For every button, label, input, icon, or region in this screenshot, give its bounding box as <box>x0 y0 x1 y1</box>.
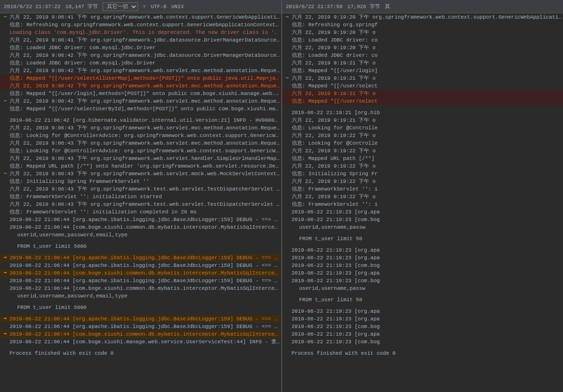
arrow-indicator: ➡ <box>1 170 10 178</box>
log-text: 六月 22, 2019 9:19:21 下午 o <box>292 74 563 82</box>
log-line <box>282 105 563 109</box>
log-line: ➡2019-06-22 21:06:44 [com.boge.xiushi.co… <box>0 269 281 277</box>
log-text: 2019-06-22 21:19:23 [org.apa <box>292 208 563 216</box>
log-text: userid,username,passw <box>292 223 563 231</box>
log-text: 2019-06-22 21:06:44 [org.apache.ibatis.l… <box>10 254 280 262</box>
log-text: 信息: Initializing Spring FrameworkServlet… <box>10 178 280 185</box>
left-log-content[interactable]: ➡六月 22, 2019 9:06:41 下午 org.springframew… <box>0 13 281 392</box>
log-line: 信息: Mapped URL path [/**] onto handler '… <box>0 162 281 170</box>
log-text: 六月 22, 2019 9:06:42 下午 org.springframewo… <box>10 97 280 105</box>
log-line: ➡2019-06-22 21:06:44 [com.boge.xiushi.co… <box>0 330 281 338</box>
right-log-content[interactable]: ➡六月 22, 2019 9:19:20 下午 org.springframew… <box>282 13 563 392</box>
log-line: 六月 22, 2019 9:19:21 下午 o <box>282 59 563 67</box>
log-line: 信息: Refreshing org.springframework.web.c… <box>0 21 281 29</box>
log-line <box>0 239 281 243</box>
log-text: 六月 22, 2019 9:19:22 下午 o <box>292 132 563 139</box>
log-text: 六月 22, 2019 9:19:21 下午 o <box>292 117 563 124</box>
log-line: 信息: FrameworkServlet '': initialization … <box>0 193 281 201</box>
log-text: 六月 22, 2019 9:19:21 下午 o <box>292 90 563 97</box>
log-line: 2019-06-22 21:06:44 [org.apache.ibatis.l… <box>0 216 281 223</box>
log-text: 2019-06-22 21:19:23 [org.apa <box>292 307 563 315</box>
log-line <box>0 311 281 315</box>
log-line <box>282 243 563 246</box>
log-text: 2019-06-22 21:19:23 [com.bog <box>292 323 563 330</box>
log-line: 2019-06-22 21:06:44 [com.boge.xiushi.com… <box>0 223 281 231</box>
log-text: 六月 22, 2019 9:19:20 下午 org.springframewo… <box>292 13 563 21</box>
log-line: Process finished with exit code 0 <box>0 350 281 357</box>
log-line: 信息: Loaded JDBC driver: com.mysql.jdbc.D… <box>0 59 281 67</box>
log-line: 2019-06-22 21:06:44 [com.boge.xiushi.man… <box>0 338 281 346</box>
log-line: 信息: FrameworkServlet '': initialization … <box>0 208 281 216</box>
log-line: FROM t_user limit 5000 <box>0 304 281 311</box>
log-line: 六月 22, 2019 9:19:22 下午 o <box>282 162 563 170</box>
log-line: ➡六月 22, 2019 9:06:41 下午 org.springframew… <box>0 13 281 21</box>
left-panel: ➡六月 22, 2019 9:06:41 下午 org.springframew… <box>0 13 282 392</box>
log-line: FROM t_user limit 50 <box>282 296 563 304</box>
log-text: 六月 22, 2019 9:06:43 下午 org.springframewo… <box>10 201 280 208</box>
log-line: 2019-06-22 21:19:21 [org.hib <box>282 109 563 117</box>
log-line: userid,username,passw <box>282 285 563 292</box>
log-line: ➡六月 22, 2019 9:06:42 下午 org.springframew… <box>0 97 281 105</box>
log-text: 信息: Mapped "{[/user/login] <box>292 67 563 74</box>
log-text: 信息: Looking for @ControllerAdvice: org.s… <box>10 147 280 155</box>
log-text: 六月 22, 2019 9:19:21 下午 o <box>292 59 563 67</box>
log-line: 2019-06-22 21:06:44 [org.apache.ibatis.l… <box>0 262 281 269</box>
log-line: 2019-06-22 21:19:23 [com.bog <box>282 216 563 223</box>
log-text: 2019-06-22 21:06:44 [org.apache.ibatis.l… <box>10 216 280 223</box>
log-line: ➡六月 22, 2019 9:19:21 下午 o <box>282 74 563 82</box>
log-text: 2019-06-22 21:06:42 [org.hibernate.valid… <box>10 117 280 124</box>
log-text: 信息: Mapped "{[/user/select <box>292 82 563 90</box>
log-text: userid,username,password,email,type <box>10 292 280 300</box>
log-line: userid,username,passw <box>282 223 563 231</box>
log-line: 2019-06-22 21:19:23 [org.apa <box>282 269 563 277</box>
log-text: 六月 22, 2019 9:06:43 下午 org.springframewo… <box>10 155 280 162</box>
log-text: FROM t_user limit 50 <box>292 235 563 243</box>
log-text: FROM t_user limit 5000 <box>10 304 280 311</box>
log-line: 2019-06-22 21:19:23 [com.bog <box>282 277 563 285</box>
log-line: 六月 22, 2019 9:06:42 下午 org.springframewo… <box>0 67 281 74</box>
log-text: 2019-06-22 21:19:23 [org.apa <box>292 254 563 262</box>
log-text: 信息: Loaded JDBC driver: com.mysql.jdbc.D… <box>10 44 280 52</box>
log-text: Process finished with exit code 0 <box>10 350 280 357</box>
log-line: 信息: Initializing Spring Fr <box>282 170 563 178</box>
log-text: 六月 22, 2019 9:06:42 下午 org.springframewo… <box>10 52 280 59</box>
log-text: 六月 22, 2019 9:19:20 下午 o <box>292 29 563 36</box>
log-text: 信息: Loaded JDBC driver: co <box>292 36 563 44</box>
log-line: 2019-06-22 21:06:42 [org.hibernate.valid… <box>0 117 281 124</box>
log-text: 信息: Mapped "{[/user/selectUserById],meth… <box>10 105 280 113</box>
left-separator: ▼ <box>143 4 146 10</box>
log-line: FROM t_user limit 50 <box>282 235 563 243</box>
log-line: 六月 22, 2019 9:19:21 下午 o <box>282 117 563 124</box>
log-text: 2019-06-22 21:19:23 [com.bog <box>292 277 563 285</box>
log-text: 2019-06-22 21:06:44 [org.apache.ibatis.l… <box>10 262 280 269</box>
log-line: 信息: Looking for @ControllerAdvice: org.s… <box>0 147 281 155</box>
log-text: userid,username,password,email,type <box>10 231 280 239</box>
log-line: 六月 22, 2019 9:06:43 下午 org.springframewo… <box>0 155 281 162</box>
app-container: 2019/6/22 21:37:22 18,147 字节 其它一切 ▼ UTF-… <box>0 0 563 392</box>
log-text: 六月 22, 2019 9:06:43 下午 org.springframewo… <box>10 139 280 147</box>
left-filesize: 18,147 字节 <box>65 3 98 10</box>
log-text: 六月 22, 2019 9:06:42 下午 org.springframewo… <box>10 82 280 90</box>
log-text: 2019-06-22 21:19:23 [org.apa <box>292 330 563 338</box>
left-lineending: UNIX <box>171 4 184 10</box>
arrow-indicator: ➡ <box>1 13 10 21</box>
arrow-indicator: ➡ <box>1 330 10 338</box>
log-text: userid,username,passw <box>292 285 563 292</box>
log-text: 信息: Mapped URL path [/**] onto handler '… <box>10 162 280 170</box>
log-line: 2019-06-22 21:19:23 [com.bog <box>282 338 563 346</box>
log-text: 六月 22, 2019 9:06:43 下午 org.springframewo… <box>10 170 280 178</box>
log-line: 信息: Loaded JDBC driver: com.mysql.jdbc.D… <box>0 44 281 52</box>
log-line: 信息: Initializing Spring FrameworkServlet… <box>0 178 281 185</box>
log-text: 信息: Initializing Spring Fr <box>292 170 563 178</box>
right-top-bar: 2019/6/22 21:37:58 17,926 字节 其 <box>281 0 563 13</box>
log-line: 信息: Mapped "{[/user/login],methods=[POST… <box>0 90 281 97</box>
log-text: 2019-06-22 21:19:23 [org.apa <box>292 315 563 323</box>
log-text: 2019-06-22 21:06:44 [com.boge.xiushi.com… <box>10 223 280 231</box>
log-line: FROM t_user limit 5000 <box>0 243 281 250</box>
left-dropdown[interactable]: 其它一切 <box>103 2 138 11</box>
log-line: 六月 22, 2019 9:19:20 下午 o <box>282 29 563 36</box>
left-top-bar: 2019/6/22 21:37:22 18,147 字节 其它一切 ▼ UTF-… <box>0 0 281 13</box>
log-line <box>0 346 281 350</box>
log-line <box>282 304 563 307</box>
log-text: 信息: FrameworkServlet '': i <box>292 201 563 208</box>
